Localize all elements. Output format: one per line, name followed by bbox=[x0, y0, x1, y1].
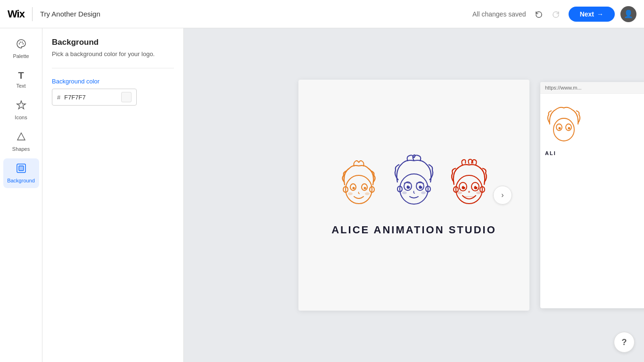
header-divider bbox=[32, 7, 33, 21]
svg-point-3 bbox=[22, 43, 23, 44]
chevron-right-icon: › bbox=[501, 191, 504, 199]
svg-point-45 bbox=[559, 127, 561, 130]
svg-point-2 bbox=[21, 41, 22, 42]
sidebar-item-icons[interactable]: Icons bbox=[3, 95, 39, 125]
character-1 bbox=[335, 159, 382, 215]
header-title: Try Another Design bbox=[40, 10, 100, 18]
next-button[interactable]: Next → bbox=[569, 7, 615, 22]
character-2 bbox=[388, 154, 440, 215]
svg-point-12 bbox=[364, 187, 366, 189]
canvas-area: ALICE ANIMATION STUDIO › https://www.m..… bbox=[184, 28, 644, 362]
svg-point-14 bbox=[365, 186, 366, 187]
shapes-icon bbox=[16, 132, 26, 144]
undo-icon bbox=[535, 10, 543, 18]
next-design-arrow[interactable]: › bbox=[493, 186, 512, 205]
svg-marker-4 bbox=[17, 101, 25, 109]
svg-point-16 bbox=[365, 192, 370, 195]
svg-point-24 bbox=[409, 185, 410, 187]
avatar-icon: 👤 bbox=[624, 9, 633, 18]
wix-logo: Wix bbox=[8, 8, 25, 20]
svg-rect-6 bbox=[19, 166, 24, 171]
svg-point-37 bbox=[468, 191, 470, 193]
character-3 bbox=[446, 159, 493, 215]
svg-point-0 bbox=[18, 43, 19, 44]
sidebar-icons: Palette T Text Icons Shapes bbox=[0, 28, 42, 362]
svg-point-40 bbox=[457, 191, 462, 194]
help-button[interactable]: ? bbox=[614, 332, 635, 353]
undo-button[interactable] bbox=[532, 7, 546, 21]
brand-name: ALICE ANIMATION STUDIO bbox=[331, 224, 496, 236]
saved-status: All changes saved bbox=[472, 10, 526, 18]
avatar-button[interactable]: 👤 bbox=[620, 6, 636, 22]
bg-color-label: Background color bbox=[52, 78, 174, 85]
color-input-field[interactable] bbox=[64, 94, 102, 101]
redo-button[interactable] bbox=[549, 7, 563, 21]
svg-point-13 bbox=[354, 186, 355, 187]
redo-icon bbox=[552, 10, 560, 18]
svg-point-1 bbox=[19, 41, 20, 42]
icons-icon bbox=[16, 100, 26, 113]
svg-point-41 bbox=[476, 191, 481, 194]
preview-character bbox=[545, 103, 583, 146]
svg-point-36 bbox=[476, 186, 478, 187]
svg-point-29 bbox=[421, 191, 426, 194]
panel-subtitle: Pick a background color for your logo. bbox=[52, 50, 174, 58]
text-label: Text bbox=[16, 83, 25, 89]
preview-card-right: https://www.m... ALI bbox=[540, 82, 644, 308]
svg-point-28 bbox=[402, 191, 407, 194]
question-icon: ? bbox=[622, 337, 627, 347]
sidebar-item-background[interactable]: Background bbox=[3, 158, 39, 188]
header-actions: All changes saved Next → 👤 bbox=[472, 6, 636, 22]
background-icon bbox=[16, 163, 26, 176]
panel-title: Background bbox=[52, 38, 174, 47]
next-arrow-icon: → bbox=[597, 10, 603, 18]
background-panel: Background Pick a background color for y… bbox=[42, 28, 184, 362]
characters-area bbox=[335, 154, 493, 215]
background-label: Background bbox=[7, 178, 35, 183]
palette-icon bbox=[16, 39, 26, 51]
preview-url-bar: https://www.m... bbox=[540, 82, 644, 94]
undo-redo-group bbox=[532, 7, 563, 21]
sidebar-item-shapes[interactable]: Shapes bbox=[3, 127, 39, 156]
sidebar-item-text[interactable]: T Text bbox=[3, 66, 39, 93]
shapes-label: Shapes bbox=[12, 146, 30, 152]
svg-point-8 bbox=[346, 175, 372, 204]
header: Wix Try Another Design All changes saved… bbox=[0, 0, 644, 28]
svg-point-15 bbox=[348, 192, 353, 195]
svg-point-46 bbox=[568, 127, 570, 130]
icons-label: Icons bbox=[15, 115, 27, 120]
panel-divider bbox=[52, 68, 174, 68]
main-layout: Palette T Text Icons Shapes bbox=[0, 28, 644, 362]
color-swatch[interactable] bbox=[121, 92, 132, 102]
svg-point-25 bbox=[421, 185, 422, 187]
preview-text: ALI bbox=[545, 150, 556, 156]
color-input-row[interactable]: # bbox=[52, 89, 137, 106]
svg-point-35 bbox=[464, 186, 465, 187]
svg-point-42 bbox=[553, 118, 574, 141]
sidebar-item-palette[interactable]: Palette bbox=[3, 34, 39, 64]
hash-symbol: # bbox=[57, 94, 60, 101]
svg-point-19 bbox=[400, 174, 428, 204]
svg-point-11 bbox=[353, 187, 355, 189]
palette-label: Palette bbox=[13, 53, 29, 59]
text-icon: T bbox=[18, 70, 24, 81]
